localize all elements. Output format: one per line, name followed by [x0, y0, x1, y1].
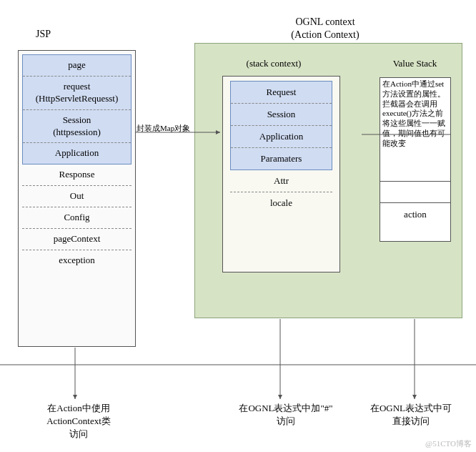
jsp-title: JSP — [36, 29, 51, 40]
caption-valuestack: 在OGNL表达式中可 直接访问 — [350, 402, 472, 428]
value-stack-title: Value Stack — [377, 58, 452, 69]
stack-locale: locale — [230, 192, 332, 214]
value-stack-action: action — [380, 203, 450, 226]
jsp-out: Out — [22, 186, 132, 207]
ognl-title-line2: (Action Context) — [291, 29, 359, 40]
ognl-title-line1: OGNL context — [295, 16, 354, 27]
stack-application: Application — [231, 126, 332, 148]
jsp-config: Config — [22, 207, 132, 229]
caption-jsp: 在Action中使用 ActionContext类 访问 — [18, 402, 139, 441]
stack-session: Session — [231, 104, 332, 126]
stack-highlighted-scopes: Request Session Application Paramaters — [230, 81, 332, 170]
stack-parameters: Paramaters — [231, 148, 332, 170]
value-stack-blank — [380, 182, 450, 203]
arrow-wrap-map-label: 封装成Map对象 — [137, 123, 190, 134]
value-stack-box: 在Action中通过set方法设置的属性。拦截器会在调用execute()方法之… — [380, 77, 451, 242]
jsp-highlighted-scopes: page request (HttpServletRequesst) Sessi… — [22, 54, 132, 164]
jsp-box: page request (HttpServletRequesst) Sessi… — [18, 50, 136, 347]
jsp-exception: exception — [22, 250, 132, 271]
ognl-context-box: (stack context) Request Session Applicat… — [194, 43, 462, 318]
stack-attr: Attr — [230, 170, 332, 192]
jsp-pagecontext: pageContext — [22, 229, 132, 250]
stack-context-box: Request Session Application Paramaters A… — [222, 76, 340, 272]
jsp-request: request (HttpServletRequesst) — [23, 77, 131, 110]
jsp-other-items: Response Out Config pageContext exceptio… — [22, 164, 132, 270]
jsp-response: Response — [22, 164, 132, 186]
jsp-application: Application — [23, 143, 131, 164]
value-stack-note: 在Action中通过set方法设置的属性。拦截器会在调用execute()方法之… — [380, 78, 450, 182]
stack-context-title: (stack context) — [224, 58, 324, 69]
stack-request: Request — [231, 82, 332, 104]
stack-other-items: Attr locale — [230, 170, 332, 214]
caption-stack: 在OGNL表达式中加"#" 访问 — [214, 402, 357, 428]
watermark: @51CTO博客 — [425, 438, 472, 449]
ognl-context-title: OGNL context (Action Context) — [264, 16, 386, 41]
jsp-session: Session (httpsession) — [23, 110, 131, 144]
jsp-page: page — [23, 55, 131, 77]
